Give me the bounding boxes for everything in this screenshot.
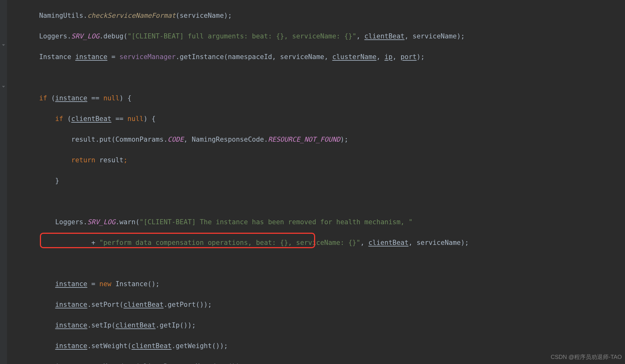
annotation-highlight-box <box>40 233 315 248</box>
editor-gutter <box>0 0 7 364</box>
code-line: Instance instance = serviceManager.getIn… <box>7 52 625 62</box>
code-line: Loggers.SRV_LOG.debug("[CLIENT-BEAT] ful… <box>7 31 625 42</box>
code-line: if (instance == null) { <box>7 93 625 104</box>
code-line: result.put(CommonParams.CODE, NamingResp… <box>7 134 625 145</box>
code-line: instance = new Instance(); <box>7 279 625 289</box>
watermark-text: CSDN @程序员劝退师-TAO <box>548 350 625 364</box>
fold-marker-icon[interactable] <box>2 40 5 44</box>
code-line: instance.setIp(clientBeat.getIp()); <box>7 320 625 331</box>
code-line: return result; <box>7 155 625 165</box>
code-line <box>7 258 625 269</box>
code-line: instance.setMetadata(clientBeat.getMetad… <box>7 361 625 364</box>
code-editor[interactable]: NamingUtils.checkServiceNameFormat(servi… <box>7 0 625 364</box>
code-line <box>7 196 625 207</box>
code-line: if (clientBeat == null) { <box>7 114 625 124</box>
code-line: NamingUtils.checkServiceNameFormat(servi… <box>7 10 625 21</box>
fold-marker-icon[interactable] <box>2 81 5 85</box>
code-line: instance.setPort(clientBeat.getPort()); <box>7 300 625 310</box>
code-line: Loggers.SRV_LOG.warn("[CLIENT-BEAT] The … <box>7 217 625 227</box>
code-line: instance.setWeight(clientBeat.getWeight(… <box>7 341 625 351</box>
code-line <box>7 72 625 83</box>
code-line: } <box>7 176 625 186</box>
